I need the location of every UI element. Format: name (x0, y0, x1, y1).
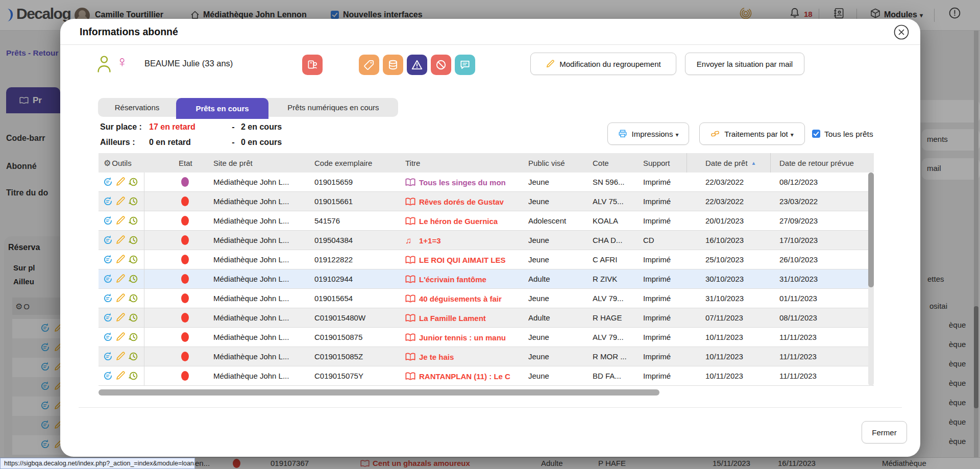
open-book-icon (405, 197, 415, 206)
close-dialog-button[interactable]: Fermer (862, 421, 907, 443)
loan-site: Médiathèque John L... (213, 231, 310, 250)
loan-date: 10/11/2023 (705, 366, 774, 386)
loan-history-icon[interactable] (128, 312, 139, 323)
header-state[interactable]: Etat (179, 153, 192, 172)
due-date: 11/11/2023 (779, 347, 861, 366)
edit-loan-icon[interactable] (115, 274, 126, 284)
column-divider (687, 153, 687, 172)
due-date: 08/12/2023 (779, 172, 861, 192)
divider (79, 407, 902, 408)
loan-row[interactable]: Médiathèque John L... C0190150875 Junior… (99, 328, 874, 347)
loan-row[interactable]: Médiathèque John L... 019504384 ♫ 1+1=3 … (99, 231, 874, 250)
header-cote[interactable]: Cote (593, 153, 609, 172)
loan-row[interactable]: Médiathèque John L... C019015480W La Fam… (99, 308, 874, 328)
tags-badge[interactable] (359, 55, 379, 75)
open-book-icon (405, 372, 415, 381)
edit-loan-icon[interactable] (115, 312, 126, 323)
loan-state-dot (181, 352, 189, 361)
edit-loan-icon[interactable] (115, 371, 126, 381)
renew-loan-icon[interactable] (103, 177, 113, 187)
loan-history-icon[interactable] (128, 274, 139, 284)
header-loan-date-sorted[interactable]: Date de prêt (705, 153, 756, 172)
renew-loan-icon[interactable] (103, 332, 113, 342)
renew-loan-icon[interactable] (103, 351, 113, 362)
edit-loan-icon[interactable] (115, 332, 126, 342)
header-due-date[interactable]: Date de retour prévue (779, 153, 854, 172)
table-vscrollbar-thumb[interactable] (868, 172, 874, 287)
loan-row[interactable]: Médiathèque John L... 019102944 L'écriva… (99, 269, 874, 289)
loan-row[interactable]: Médiathèque John L... 541576 Le héron de… (99, 211, 874, 231)
renew-loan-icon[interactable] (103, 371, 113, 381)
close-icon[interactable] (893, 24, 910, 40)
subscription-card-badge[interactable] (302, 55, 323, 75)
loan-row[interactable]: Médiathèque John L... 019015661 Rêves do… (99, 192, 874, 211)
warning-badge[interactable] (407, 55, 427, 75)
edit-loan-icon[interactable] (115, 351, 126, 362)
header-title[interactable]: Titre (405, 153, 420, 172)
loan-date: 20/01/2023 (705, 211, 774, 231)
loan-history-icon[interactable] (128, 177, 139, 187)
loan-history-icon[interactable] (128, 371, 139, 381)
edit-loan-icon[interactable] (115, 293, 126, 304)
loan-history-icon[interactable] (128, 254, 139, 265)
block-badge[interactable] (431, 55, 451, 75)
renew-loan-icon[interactable] (103, 235, 113, 245)
edit-loan-icon[interactable] (115, 235, 126, 245)
edit-loan-icon[interactable] (115, 177, 126, 187)
edit-group-button[interactable]: Modification du regroupement (530, 53, 676, 75)
renew-loan-icon[interactable] (103, 293, 113, 304)
send-mail-button[interactable]: Envoyer la situation par mail (685, 53, 804, 75)
loan-history-icon[interactable] (128, 293, 139, 304)
loan-title-link[interactable]: ♫ 1+1=3 (405, 231, 526, 250)
loan-row[interactable]: Médiathèque John L... C019015085Z Je te … (99, 347, 874, 366)
tab-current-loans[interactable]: Prêts en cours (176, 98, 268, 119)
renew-loan-icon[interactable] (103, 196, 113, 207)
loan-history-icon[interactable] (128, 332, 139, 342)
loan-row[interactable]: Médiathèque John L... 019015654 40 dégui… (99, 289, 874, 308)
loan-title-link[interactable]: Rêves dorés de Gustav (405, 192, 526, 211)
loan-title-link[interactable]: LE ROI QUI AIMAIT LES (405, 250, 526, 269)
renew-loan-icon[interactable] (103, 254, 113, 265)
edit-loan-icon[interactable] (115, 215, 126, 226)
loan-title-link[interactable]: Je te hais (405, 347, 526, 366)
header-site[interactable]: Site de prêt (213, 153, 253, 172)
loan-barcode: 019015661 (314, 192, 401, 211)
loan-title-link[interactable]: La Famille Lament (405, 308, 526, 328)
edit-loan-icon[interactable] (115, 254, 126, 265)
loan-row[interactable]: Médiathèque John L... 019122822 LE ROI Q… (99, 250, 874, 269)
summary-label: Ailleurs : (100, 138, 149, 147)
tab-digital-loans[interactable]: Prêts numériques en cours (268, 98, 398, 117)
loan-title-link[interactable]: Junior tennis : un manu (405, 328, 526, 347)
renew-loan-icon[interactable] (103, 312, 113, 323)
database-badge[interactable] (383, 55, 403, 75)
loan-title-link[interactable]: RANTANPLAN (11) : Le C (405, 366, 526, 386)
loan-title-link[interactable]: Tous les singes du mon (405, 172, 526, 192)
loan-row[interactable]: Médiathèque John L... C019015075Y RANTAN… (99, 366, 874, 386)
tab-reservations[interactable]: Réservations (98, 98, 176, 117)
all-loans-label[interactable]: Tous les prêts (824, 130, 873, 139)
loan-barcode: 019504384 (314, 231, 401, 250)
renew-loan-icon[interactable] (103, 274, 113, 284)
header-audience[interactable]: Public visé (528, 153, 565, 172)
all-loans-checkbox[interactable] (812, 130, 820, 138)
table-hscrollbar-thumb[interactable] (99, 389, 659, 396)
loan-barcode: 541576 (314, 211, 401, 231)
edit-loan-icon[interactable] (115, 196, 126, 207)
loan-title-link[interactable]: Le héron de Guernica (405, 211, 526, 231)
header-code[interactable]: Code exemplaire (314, 153, 372, 172)
loan-history-icon[interactable] (128, 215, 139, 226)
loan-title-link[interactable]: 40 déguisements à fair (405, 289, 526, 308)
loan-audience: Jeune (528, 192, 587, 211)
loan-history-icon[interactable] (128, 351, 139, 362)
renew-loan-icon[interactable] (103, 215, 113, 226)
print-menu-button[interactable]: Impressions (607, 122, 689, 145)
loan-history-icon[interactable] (128, 235, 139, 245)
message-badge[interactable] (455, 55, 475, 75)
female-gender-icon (116, 53, 128, 70)
loan-row[interactable]: Médiathèque John L... 019015659 Tous les… (99, 172, 874, 192)
loan-history-icon[interactable] (128, 196, 139, 207)
header-support[interactable]: Support (643, 153, 670, 172)
batch-menu-button[interactable]: Traitements par lot (699, 122, 805, 145)
loan-title-link[interactable]: L'écrivain fantôme (405, 269, 526, 289)
due-date: 23/03/2022 (779, 192, 861, 211)
